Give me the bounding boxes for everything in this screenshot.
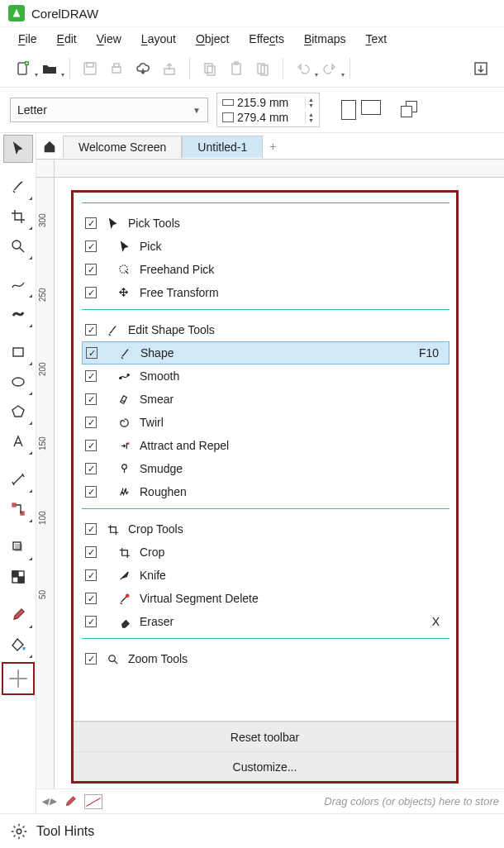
transparency-tool[interactable] bbox=[3, 563, 33, 591]
print-button[interactable] bbox=[105, 57, 128, 80]
freehand-tool[interactable] bbox=[3, 270, 33, 298]
tab-document[interactable]: Untitled-1 bbox=[182, 136, 263, 158]
text-tool[interactable] bbox=[3, 427, 33, 455]
clipboard-button[interactable] bbox=[251, 57, 274, 80]
vertical-ruler[interactable]: 300 250 200 150 100 50 bbox=[36, 178, 55, 832]
popup-tool-row[interactable]: ✓ Smear bbox=[82, 388, 449, 411]
tab-welcome[interactable]: Welcome Screen bbox=[63, 136, 182, 158]
polygon-tool[interactable] bbox=[3, 398, 33, 426]
portrait-button[interactable] bbox=[341, 100, 356, 120]
popup-group-header[interactable]: ✓ Edit Shape Tools bbox=[82, 318, 449, 341]
landscape-button[interactable] bbox=[361, 100, 381, 115]
new-button[interactable]: ▾ bbox=[12, 57, 35, 80]
checkbox-icon[interactable]: ✓ bbox=[85, 241, 97, 252]
checkbox-icon[interactable]: ✓ bbox=[85, 440, 97, 451]
height-field[interactable]: 279.4 mm bbox=[237, 111, 302, 124]
menu-layout[interactable]: Layout bbox=[141, 32, 176, 45]
group-label: Zoom Tools bbox=[128, 652, 446, 665]
pick-tool[interactable] bbox=[3, 135, 33, 163]
new-tab-button[interactable]: + bbox=[263, 136, 283, 156]
eyedropper-icon[interactable] bbox=[63, 794, 78, 809]
page-nav[interactable]: ◀▶ bbox=[41, 796, 56, 807]
height-spinner[interactable]: ▲▼ bbox=[305, 112, 314, 123]
checkbox-icon[interactable]: ✓ bbox=[85, 217, 97, 229]
reset-toolbar-button[interactable]: Reset toolbar bbox=[74, 722, 456, 751]
checkbox-icon[interactable]: ✓ bbox=[85, 370, 97, 382]
cloud-button[interactable] bbox=[131, 57, 155, 80]
shape-tool[interactable] bbox=[3, 173, 33, 201]
copy-button[interactable] bbox=[198, 57, 221, 80]
popup-group-header[interactable]: ✓ Crop Tools bbox=[82, 517, 449, 541]
menu-edit[interactable]: Edit bbox=[57, 32, 77, 45]
artistic-media-tool[interactable] bbox=[3, 300, 33, 328]
checkbox-icon[interactable]: ✓ bbox=[85, 287, 97, 298]
checkbox-icon[interactable]: ✓ bbox=[86, 347, 97, 359]
fill-tool[interactable] bbox=[3, 631, 33, 659]
popup-group-header[interactable]: ✓ Zoom Tools bbox=[82, 647, 449, 670]
checkbox-icon[interactable]: ✓ bbox=[85, 546, 97, 558]
tool-label: Twirl bbox=[140, 416, 405, 429]
paste-button[interactable] bbox=[225, 57, 248, 80]
multipage-button[interactable] bbox=[401, 101, 421, 119]
menu-view[interactable]: View bbox=[97, 32, 121, 45]
rectangle-tool[interactable] bbox=[3, 338, 33, 366]
pagesize-select[interactable]: Letter ▼ bbox=[10, 98, 208, 122]
popup-group-header[interactable]: ✓ Pick Tools bbox=[82, 212, 449, 235]
width-spinner[interactable]: ▲▼ bbox=[305, 97, 314, 108]
save-button[interactable] bbox=[78, 57, 102, 80]
checkbox-icon[interactable]: ✓ bbox=[85, 486, 97, 498]
menu-object[interactable]: Object bbox=[196, 32, 229, 45]
svg-point-30 bbox=[108, 655, 115, 661]
checkbox-icon[interactable]: ✓ bbox=[85, 463, 97, 474]
popup-tool-row[interactable]: ✓ Virtual Segment Delete bbox=[82, 587, 449, 610]
popup-tool-row[interactable]: ✓ Crop bbox=[82, 541, 449, 564]
popup-tool-row[interactable]: ✓ Eraser X bbox=[82, 610, 449, 633]
redo-button[interactable]: ▾ bbox=[318, 57, 341, 80]
eyedropper-tool[interactable] bbox=[3, 601, 33, 629]
popup-tool-row[interactable]: ✓ Smooth bbox=[82, 364, 449, 388]
group-icon bbox=[105, 653, 120, 665]
checkbox-icon[interactable]: ✓ bbox=[85, 417, 97, 428]
width-field[interactable]: 215.9 mm bbox=[237, 96, 302, 109]
ellipse-tool[interactable] bbox=[3, 368, 33, 396]
dimension-tool[interactable] bbox=[3, 465, 33, 493]
checkbox-icon[interactable]: ✓ bbox=[85, 523, 97, 535]
menu-bitmaps[interactable]: Bitmaps bbox=[304, 32, 346, 45]
popup-tool-row[interactable]: ✓ Twirl bbox=[82, 411, 449, 434]
no-outline-swatch[interactable] bbox=[84, 794, 102, 809]
open-button[interactable]: ▾ bbox=[38, 57, 61, 80]
import-button[interactable] bbox=[469, 57, 492, 80]
popup-tool-row[interactable]: ✓ Freehand Pick bbox=[82, 258, 449, 281]
add-tool-button[interactable] bbox=[2, 662, 35, 695]
export-button[interactable] bbox=[158, 57, 181, 80]
undo-button[interactable]: ▾ bbox=[292, 57, 315, 80]
checkbox-icon[interactable]: ✓ bbox=[85, 653, 97, 665]
checkbox-icon[interactable]: ✓ bbox=[85, 324, 97, 336]
checkbox-icon[interactable]: ✓ bbox=[85, 569, 97, 581]
popup-tool-row[interactable]: ✓ Knife bbox=[82, 564, 449, 587]
popup-tool-row[interactable]: ✓ Roughen bbox=[82, 480, 449, 503]
menu-effects[interactable]: Effects bbox=[249, 32, 284, 45]
tool-label: Pick bbox=[140, 240, 405, 253]
tool-hints-bar[interactable]: Tool Hints bbox=[0, 813, 504, 848]
customize-button[interactable]: Customize... bbox=[74, 751, 456, 781]
checkbox-icon[interactable]: ✓ bbox=[85, 393, 97, 405]
popup-tool-row[interactable]: ✓ Smudge bbox=[82, 457, 449, 480]
home-tab[interactable] bbox=[36, 139, 63, 154]
checkbox-icon[interactable]: ✓ bbox=[85, 264, 97, 275]
titlebar: CorelDRAW bbox=[0, 0, 504, 27]
dropshadow-tool[interactable] bbox=[3, 533, 33, 561]
popup-tool-row[interactable]: ✓ Attract and Repel bbox=[82, 434, 449, 457]
checkbox-icon[interactable]: ✓ bbox=[85, 593, 97, 604]
connector-tool[interactable] bbox=[3, 495, 33, 523]
zoom-tool[interactable] bbox=[3, 232, 33, 260]
menu-file[interactable]: File bbox=[18, 32, 37, 45]
checkbox-icon[interactable]: ✓ bbox=[85, 616, 97, 627]
ruler-origin[interactable] bbox=[36, 160, 55, 178]
popup-tool-row[interactable]: ✓ Shape F10 bbox=[82, 341, 449, 364]
popup-tool-row[interactable]: ✓ Pick bbox=[82, 235, 449, 258]
popup-tool-row[interactable]: ✓ Free Transform bbox=[82, 281, 449, 304]
crop-tool[interactable] bbox=[3, 202, 33, 231]
menu-text[interactable]: Text bbox=[365, 32, 387, 45]
horizontal-ruler[interactable] bbox=[55, 160, 504, 178]
